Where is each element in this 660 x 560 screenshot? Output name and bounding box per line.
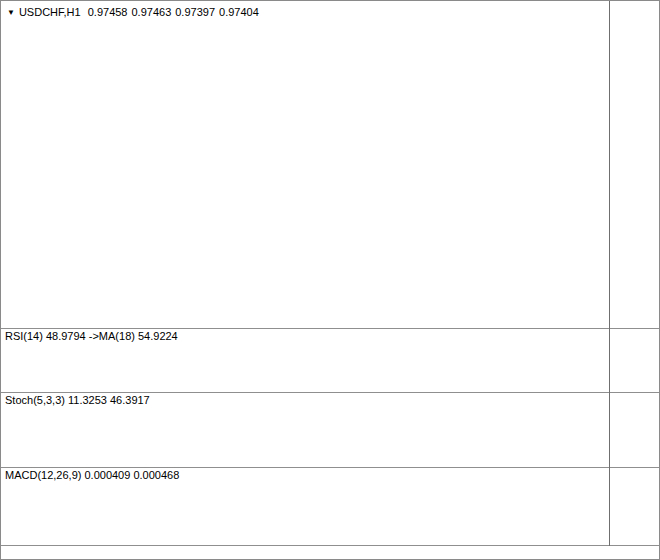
stoch-label: Stoch(5,3,3) 11.3253 46.3917 [5,394,150,406]
symbol-dropdown-icon[interactable]: ▼ [7,8,15,17]
panel-separator[interactable] [1,328,660,329]
panel-separator[interactable] [1,467,660,468]
low-value: 0.97397 [175,6,215,18]
open-value: 0.97458 [88,6,128,18]
ohlc-header: ▼USDCHF,H1 0.974580.974630.973970.97404 [7,6,263,18]
main-price-chart[interactable] [1,1,609,328]
high-value: 0.97463 [131,6,171,18]
close-value: 0.97404 [219,6,259,18]
rsi-label: RSI(14) 48.9794 ->MA(18) 54.9224 [5,330,178,342]
time-axis[interactable] [1,546,660,560]
price-axis[interactable] [609,1,660,546]
symbol-period-label: USDCHF,H1 [19,6,81,18]
chart-window: ▼USDCHF,H1 0.974580.974630.973970.97404 … [0,0,660,560]
panel-separator[interactable] [1,392,660,393]
macd-label: MACD(12,26,9) 0.000409 0.000468 [5,469,179,481]
